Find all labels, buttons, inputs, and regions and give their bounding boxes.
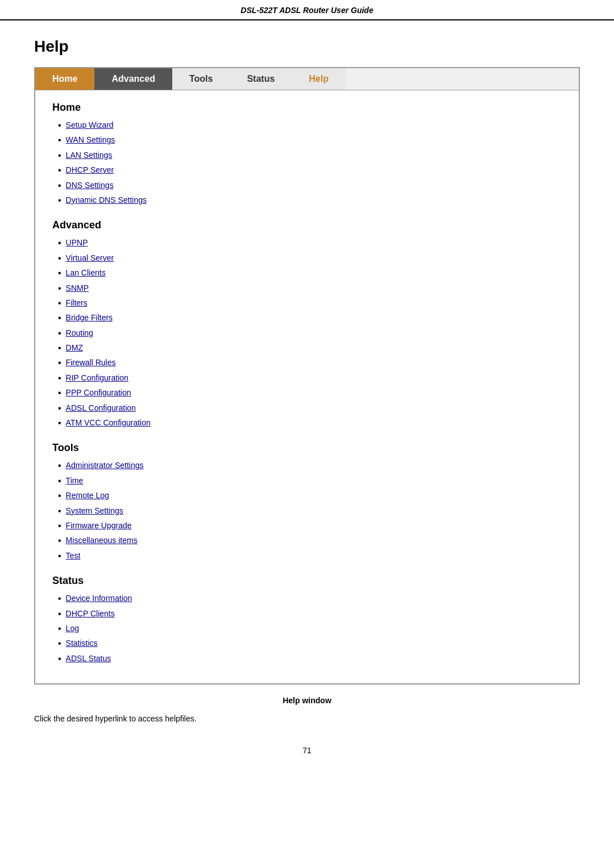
link-device-information[interactable]: Device Information bbox=[66, 592, 132, 604]
ui-content: Home •Setup Wizard •WAN Settings •LAN Se… bbox=[35, 90, 579, 683]
link-filters[interactable]: Filters bbox=[66, 297, 88, 309]
link-dhcp-clients[interactable]: DHCP Clients bbox=[66, 608, 115, 620]
link-wan-settings[interactable]: WAN Settings bbox=[66, 134, 115, 146]
bullet-icon: • bbox=[58, 608, 61, 620]
list-item: •Statistics bbox=[58, 636, 562, 651]
section-title-tools: Tools bbox=[52, 442, 562, 454]
page-content: Help Home Advanced Tools Status Help Hom… bbox=[0, 20, 614, 783]
page-description: Click the desired hyperlink to access he… bbox=[34, 714, 580, 723]
link-setup-wizard[interactable]: Setup Wizard bbox=[66, 119, 114, 131]
list-item: •DHCP Server bbox=[58, 163, 562, 178]
link-dhcp-server[interactable]: DHCP Server bbox=[66, 164, 114, 176]
bullet-icon: • bbox=[58, 149, 61, 162]
link-atm-vcc-configuration[interactable]: ATM VCC Configuration bbox=[66, 417, 151, 429]
link-statistics[interactable]: Statistics bbox=[66, 637, 98, 649]
link-dns-settings[interactable]: DNS Settings bbox=[66, 180, 114, 191]
home-link-list: •Setup Wizard •WAN Settings •LAN Setting… bbox=[52, 118, 562, 208]
nav-item-home[interactable]: Home bbox=[35, 68, 94, 90]
bullet-icon: • bbox=[58, 417, 61, 429]
bullet-icon: • bbox=[58, 623, 61, 635]
bullet-icon: • bbox=[58, 637, 61, 650]
link-test[interactable]: Test bbox=[66, 550, 81, 562]
nav-item-status[interactable]: Status bbox=[230, 68, 292, 90]
list-item: •Administrator Settings bbox=[58, 458, 562, 473]
header-title: DSL-522T ADSL Router User Guide bbox=[240, 6, 373, 15]
bullet-icon: • bbox=[58, 387, 61, 399]
list-item: •PPP Configuration bbox=[58, 386, 562, 400]
nav-item-tools[interactable]: Tools bbox=[172, 68, 230, 90]
link-firmware-upgrade[interactable]: Firmware Upgrade bbox=[66, 520, 132, 532]
list-item: •DHCP Clients bbox=[58, 607, 562, 621]
link-ppp-configuration[interactable]: PPP Configuration bbox=[66, 387, 131, 399]
list-item: •Dynamic DNS Settings bbox=[58, 193, 562, 208]
link-upnp[interactable]: UPNP bbox=[66, 237, 88, 249]
link-virtual-server[interactable]: Virtual Server bbox=[66, 252, 114, 264]
section-title-status: Status bbox=[52, 575, 562, 587]
bullet-icon: • bbox=[58, 550, 61, 562]
bullet-icon: • bbox=[58, 194, 61, 207]
list-item: •DMZ bbox=[58, 341, 562, 356]
link-time[interactable]: Time bbox=[66, 475, 84, 487]
link-miscellaneous-items[interactable]: Miscellaneous items bbox=[66, 535, 138, 546]
bullet-icon: • bbox=[58, 653, 61, 665]
page-header: DSL-522T ADSL Router User Guide bbox=[0, 0, 614, 20]
list-item: •Log bbox=[58, 621, 562, 636]
list-item: •Lan Clients bbox=[58, 266, 562, 281]
bullet-icon: • bbox=[58, 372, 61, 385]
list-item: •DNS Settings bbox=[58, 178, 562, 193]
bullet-icon: • bbox=[58, 592, 61, 605]
bullet-icon: • bbox=[58, 357, 61, 369]
bullet-icon: • bbox=[58, 520, 61, 532]
list-item: •Firmware Upgrade bbox=[58, 519, 562, 533]
bullet-icon: • bbox=[58, 282, 61, 295]
list-item: •ATM VCC Configuration bbox=[58, 416, 562, 431]
list-item: •SNMP bbox=[58, 281, 562, 296]
bullet-icon: • bbox=[58, 252, 61, 265]
bullet-icon: • bbox=[58, 237, 61, 249]
section-title-advanced: Advanced bbox=[52, 219, 562, 231]
link-adsl-configuration[interactable]: ADSL Configuration bbox=[66, 402, 136, 414]
bullet-icon: • bbox=[58, 327, 61, 340]
link-rip-configuration[interactable]: RIP Configuration bbox=[66, 372, 128, 384]
advanced-link-list: •UPNP •Virtual Server •Lan Clients •SNMP… bbox=[52, 236, 562, 431]
link-administrator-settings[interactable]: Administrator Settings bbox=[66, 460, 144, 471]
bullet-icon: • bbox=[58, 535, 61, 547]
page-title: Help bbox=[34, 37, 580, 56]
list-item: •Miscellaneous items bbox=[58, 533, 562, 548]
page-number: 71 bbox=[34, 746, 580, 755]
nav-item-advanced[interactable]: Advanced bbox=[94, 68, 172, 90]
list-item: •Setup Wizard bbox=[58, 118, 562, 133]
tools-link-list: •Administrator Settings •Time •Remote Lo… bbox=[52, 458, 562, 564]
link-lan-clients[interactable]: Lan Clients bbox=[66, 267, 106, 279]
list-item: •Filters bbox=[58, 296, 562, 311]
nav-item-help[interactable]: Help bbox=[292, 68, 346, 90]
list-item: •Remote Log bbox=[58, 489, 562, 503]
link-dynamic-dns-settings[interactable]: Dynamic DNS Settings bbox=[66, 194, 147, 206]
bullet-icon: • bbox=[58, 402, 61, 415]
bullet-icon: • bbox=[58, 180, 61, 192]
link-routing[interactable]: Routing bbox=[66, 327, 93, 339]
bullet-icon: • bbox=[58, 297, 61, 310]
status-link-list: •Device Information •DHCP Clients •Log •… bbox=[52, 591, 562, 666]
bullet-icon: • bbox=[58, 342, 61, 354]
bullet-icon: • bbox=[58, 490, 61, 502]
link-snmp[interactable]: SNMP bbox=[66, 282, 89, 294]
bullet-icon: • bbox=[58, 312, 61, 324]
list-item: •System Settings bbox=[58, 504, 562, 519]
list-item: •Firewall Rules bbox=[58, 356, 562, 370]
list-item: •Device Information bbox=[58, 591, 562, 606]
bullet-icon: • bbox=[58, 267, 61, 279]
list-item: •Time bbox=[58, 474, 562, 489]
link-dmz[interactable]: DMZ bbox=[66, 342, 83, 354]
link-adsl-status[interactable]: ADSL Status bbox=[66, 653, 111, 665]
link-lan-settings[interactable]: LAN Settings bbox=[66, 149, 113, 161]
link-remote-log[interactable]: Remote Log bbox=[66, 490, 109, 502]
link-log[interactable]: Log bbox=[66, 623, 79, 635]
link-firewall-rules[interactable]: Firewall Rules bbox=[66, 357, 116, 369]
link-system-settings[interactable]: System Settings bbox=[66, 505, 123, 517]
router-ui-box: Home Advanced Tools Status Help Home •Se… bbox=[34, 67, 580, 685]
list-item: •LAN Settings bbox=[58, 148, 562, 163]
list-item: •Routing bbox=[58, 326, 562, 341]
link-bridge-filters[interactable]: Bridge Filters bbox=[66, 312, 113, 324]
list-item: •Virtual Server bbox=[58, 251, 562, 266]
